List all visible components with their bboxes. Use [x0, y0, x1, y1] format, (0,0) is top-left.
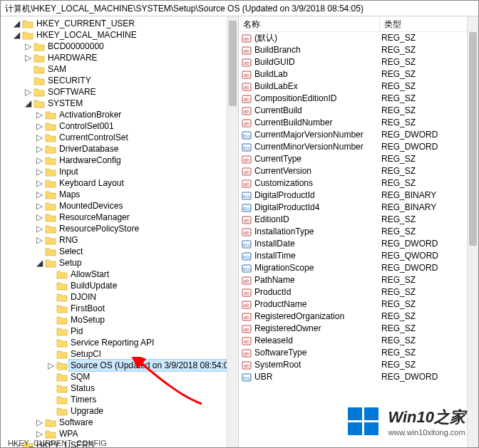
tree-item[interactable]: ▷ResourcePolicyStore — [1, 223, 238, 234]
tree-item[interactable]: ▷Keyboard Layout — [1, 177, 238, 189]
value-row[interactable]: CurrentVersionREG_SZ — [239, 165, 478, 177]
tree-item[interactable]: ▷CurrentControlSet — [1, 132, 238, 143]
registry-tree[interactable]: ◢HKEY_CURRENT_USER◢HKEY_LOCAL_MACHINE▷BC… — [1, 18, 238, 447]
collapse-icon[interactable]: ◢ — [35, 259, 43, 267]
tree-item[interactable]: Upgrade — [1, 405, 238, 417]
tree-item[interactable]: AllowStart — [1, 269, 238, 280]
expand-icon[interactable]: ▷ — [24, 42, 32, 51]
tree-item[interactable]: ◢HKEY_LOCAL_MACHINE — [1, 29, 238, 41]
expand-icon[interactable]: ▷ — [35, 418, 43, 427]
tree-item[interactable]: SAM — [1, 63, 238, 75]
expand-icon[interactable]: ▷ — [35, 156, 43, 165]
tree-item[interactable]: Status — [1, 382, 238, 394]
value-row[interactable]: CurrentTypeREG_SZ — [239, 153, 478, 165]
tree-item[interactable]: ◢SYSTEM — [1, 98, 238, 109]
value-row[interactable]: ProductIdREG_SZ — [239, 286, 478, 298]
tree-item[interactable]: ▷Input — [1, 166, 238, 177]
value-row[interactable]: EditionIDREG_SZ — [239, 214, 478, 226]
value-row[interactable]: ReleaseIdREG_SZ — [239, 335, 478, 347]
value-row[interactable]: CompositionEditionIDREG_SZ — [239, 93, 478, 105]
tree-item[interactable]: ▷MountedDevices — [1, 200, 238, 212]
tree-item[interactable]: SQM — [1, 371, 238, 382]
value-row[interactable]: SystemRootREG_SZ — [239, 359, 478, 371]
value-row[interactable]: PathNameREG_SZ — [239, 274, 478, 286]
tree-item[interactable]: SECURITY — [1, 75, 238, 86]
tree-item[interactable]: Timers — [1, 394, 238, 405]
value-row[interactable]: UBRREG_DWORD — [239, 371, 478, 383]
col-type[interactable]: 类型 — [380, 16, 478, 31]
expand-icon[interactable]: ▷ — [24, 88, 32, 96]
tree-scrollbar-thumb[interactable] — [229, 21, 237, 106]
expand-icon[interactable]: ▷ — [35, 145, 43, 153]
collapse-icon[interactable]: ◢ — [24, 99, 32, 108]
tree-item[interactable]: ▷WPA — [1, 428, 238, 439]
expand-icon[interactable]: ▷ — [35, 236, 43, 244]
expand-icon[interactable]: ▷ — [46, 361, 55, 370]
tree-item[interactable]: DJOIN — [1, 291, 238, 303]
value-row[interactable]: CurrentMajorVersionNumberREG_DWORD — [239, 129, 478, 141]
value-row[interactable]: DigitalProductIdREG_BINARY — [239, 189, 478, 202]
value-name: RegisteredOwner — [254, 323, 321, 335]
address-bar[interactable]: 计算机\HKEY_LOCAL_MACHINE\SYSTEM\Setup\Sour… — [1, 1, 478, 16]
expand-icon[interactable]: ▷ — [35, 429, 43, 438]
tree-item[interactable]: ▷Source OS (Updated on 3/9/2018 08:54:05… — [1, 360, 238, 371]
expand-icon[interactable]: ▷ — [35, 122, 43, 130]
tree-item[interactable]: ▷Software — [1, 417, 238, 428]
tree-item[interactable]: ▷HardwareConfig — [1, 155, 238, 166]
tree-item[interactable]: Service Reporting API — [1, 337, 238, 348]
col-name[interactable]: 名称 — [239, 16, 380, 31]
tree-item[interactable]: ▷BCD00000000 — [1, 41, 238, 52]
value-name: CurrentBuild — [254, 105, 302, 117]
tree-item[interactable]: ◢HKEY_CURRENT_USER — [1, 18, 238, 29]
value-row[interactable]: MigrationScopeREG_DWORD — [239, 262, 478, 274]
value-row[interactable]: InstallDateREG_DWORD — [239, 238, 478, 250]
tree-item[interactable]: ▷DriverDatabase — [1, 143, 238, 155]
value-row[interactable]: BuildGUIDREG_SZ — [239, 56, 478, 68]
tree-item[interactable]: ▷ActivationBroker — [1, 109, 238, 120]
value-row[interactable]: RegisteredOrganizationREG_SZ — [239, 311, 478, 323]
value-row[interactable]: InstallTimeREG_QWORD — [239, 250, 478, 262]
value-row[interactable]: CurrentMinorVersionNumberREG_DWORD — [239, 141, 478, 153]
tree-item[interactable]: ◢Setup — [1, 257, 238, 269]
expand-icon[interactable]: ▷ — [35, 224, 43, 233]
value-row[interactable]: BuildBranchREG_SZ — [239, 44, 478, 56]
value-row[interactable]: ProductNameREG_SZ — [239, 298, 478, 311]
tree-item[interactable]: Pid — [1, 325, 238, 337]
tree-item[interactable]: ▷Maps — [1, 189, 238, 200]
value-row[interactable]: InstallationTypeREG_SZ — [239, 226, 478, 238]
value-row[interactable]: CurrentBuildNumberREG_SZ — [239, 117, 478, 129]
tree-scrollbar[interactable] — [227, 16, 238, 447]
tree-item[interactable]: ▷ControlSet001 — [1, 120, 238, 132]
value-row[interactable]: BuildLabExREG_SZ — [239, 80, 478, 93]
tree-item[interactable]: ▷HARDWARE — [1, 52, 238, 63]
expand-icon[interactable]: ▷ — [35, 110, 43, 119]
value-row[interactable]: DigitalProductId4REG_BINARY — [239, 202, 478, 214]
tree-item[interactable]: BuildUpdate — [1, 280, 238, 291]
expand-icon[interactable]: ▷ — [24, 53, 32, 62]
expand-icon[interactable]: ▷ — [35, 190, 43, 199]
collapse-icon[interactable]: ◢ — [12, 31, 21, 39]
tree-item[interactable]: MoSetup — [1, 314, 238, 325]
tree-item[interactable]: ▷RNG — [1, 234, 238, 246]
value-row[interactable]: (默认)REG_SZ — [239, 32, 478, 44]
value-row[interactable]: CurrentBuildREG_SZ — [239, 105, 478, 117]
tree-item[interactable]: SetupCl — [1, 348, 238, 360]
tree-item[interactable]: FirstBoot — [1, 303, 238, 314]
values-scrollbar-thumb[interactable] — [469, 32, 477, 246]
value-row[interactable]: RegisteredOwnerREG_SZ — [239, 323, 478, 335]
tree-item[interactable]: ▷ResourceManager — [1, 212, 238, 223]
value-row[interactable]: CustomizationsREG_SZ — [239, 177, 478, 189]
expand-icon[interactable]: ▷ — [35, 213, 43, 222]
values-list[interactable]: (默认)REG_SZBuildBranchREG_SZBuildGUIDREG_… — [239, 32, 478, 383]
expand-icon[interactable]: ▷ — [35, 167, 43, 176]
tree-item[interactable]: ▷SOFTWARE — [1, 86, 238, 98]
collapse-icon[interactable]: ◢ — [12, 19, 21, 28]
value-row[interactable]: SoftwareTypeREG_SZ — [239, 347, 478, 359]
expand-icon[interactable]: ▷ — [35, 179, 43, 187]
values-scrollbar[interactable] — [467, 16, 478, 447]
values-header[interactable]: 名称 类型 — [239, 16, 478, 32]
expand-icon[interactable]: ▷ — [35, 202, 43, 210]
tree-item[interactable]: Select — [1, 246, 238, 257]
expand-icon[interactable]: ▷ — [35, 133, 43, 142]
value-row[interactable]: BuildLabREG_SZ — [239, 68, 478, 80]
